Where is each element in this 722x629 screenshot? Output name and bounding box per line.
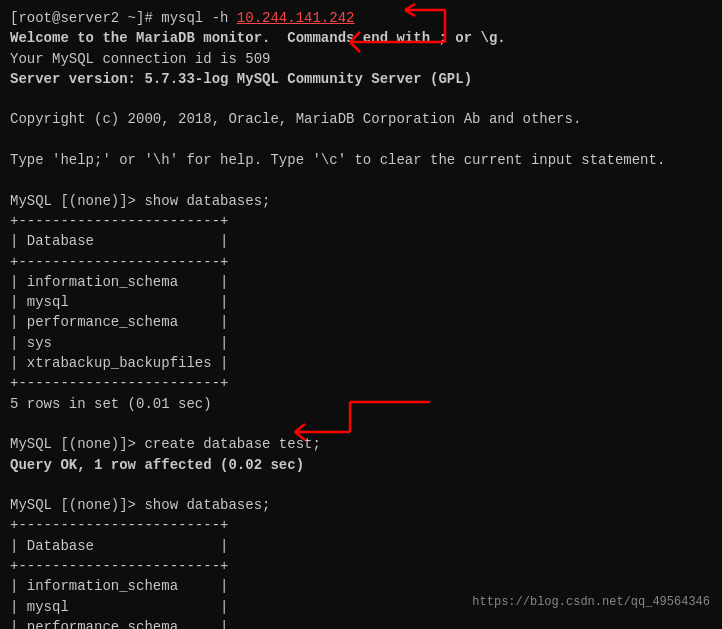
svg-line-1 bbox=[350, 32, 360, 42]
terminal-window: [root@server2 ~]# mysql -h 10.244.141.24… bbox=[0, 0, 722, 629]
line-23: Query OK, 1 row affected (0.02 sec) bbox=[10, 455, 712, 475]
line-28: +------------------------+ bbox=[10, 556, 712, 576]
line-15: | mysql | bbox=[10, 292, 712, 312]
line-8: Type 'help;' or '\h' for help. Type '\c'… bbox=[10, 150, 712, 170]
line-11: +------------------------+ bbox=[10, 211, 712, 231]
line-27: | Database | bbox=[10, 536, 712, 556]
line-5 bbox=[10, 89, 712, 109]
line-18: | xtrabackup_backupfiles | bbox=[10, 353, 712, 373]
line-16: | performance_schema | bbox=[10, 312, 712, 332]
line-9 bbox=[10, 170, 712, 190]
prompt-text: [root@server2 ~]# mysql -h bbox=[10, 10, 237, 26]
ip-address: 10.244.141.242 bbox=[237, 10, 355, 26]
line-13: +------------------------+ bbox=[10, 252, 712, 272]
watermark-url: https://blog.csdn.net/qq_49564346 bbox=[472, 594, 710, 611]
line-19: +------------------------+ bbox=[10, 373, 712, 393]
line-10: MySQL [(none)]> show databases; bbox=[10, 191, 712, 211]
line-7 bbox=[10, 130, 712, 150]
svg-line-2 bbox=[350, 42, 360, 52]
line-6: Copyright (c) 2000, 2018, Oracle, MariaD… bbox=[10, 109, 712, 129]
line-12: | Database | bbox=[10, 231, 712, 251]
line-17: | sys | bbox=[10, 333, 712, 353]
line-4: Server version: 5.7.33-log MySQL Communi… bbox=[10, 69, 712, 89]
arrow-to-show-db bbox=[290, 392, 440, 452]
line-31: | performance_schema | bbox=[10, 617, 712, 629]
line-26: +------------------------+ bbox=[10, 515, 712, 535]
line-25: MySQL [(none)]> show databases; bbox=[10, 495, 712, 515]
line-24 bbox=[10, 475, 712, 495]
arrow-to-ip bbox=[345, 2, 525, 52]
line-14: | information_schema | bbox=[10, 272, 712, 292]
